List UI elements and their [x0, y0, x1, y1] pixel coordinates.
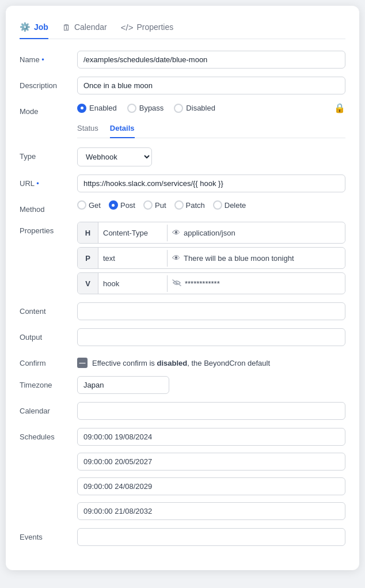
schedule-item-0[interactable]: 09:00:00 19/08/2024 [77, 428, 345, 446]
content-input[interactable] [77, 302, 345, 320]
name-row: Name • [20, 51, 345, 69]
mode-bypass-label: Bypass [139, 104, 164, 112]
mode-label: Mode [20, 103, 77, 116]
radio-get [77, 200, 86, 210]
prop-key-1[interactable]: text [98, 250, 168, 267]
url-row: URL • [20, 174, 345, 192]
method-post-label: Post [120, 201, 135, 210]
eye-slash-icon-2 [172, 279, 181, 288]
mode-enabled-label: Enabled [89, 104, 117, 112]
radio-disabled [174, 104, 183, 113]
code-icon: </> [121, 22, 134, 32]
method-row: Method Get Post Put Patch Delete [20, 200, 345, 214]
timezone-row: Timezone [20, 376, 345, 394]
calendar-input[interactable] [77, 402, 345, 420]
prop-val-text-1: There will be a blue moon tonight [184, 254, 294, 263]
radio-put [143, 200, 153, 210]
output-input[interactable] [77, 328, 345, 346]
description-input[interactable] [77, 77, 345, 94]
prop-badge-0: H [78, 222, 98, 243]
tab-job-label: Job [34, 22, 48, 32]
type-label: Type [20, 147, 77, 161]
radio-bypass [127, 104, 136, 113]
calendar-row: Calendar [20, 402, 345, 420]
confirm-row: Confirm — Effective confirm is disabled,… [20, 354, 345, 368]
method-get[interactable]: Get [77, 200, 101, 210]
prop-val-0: 👁 application/json [168, 224, 345, 241]
confirm-text: Effective confirm is disabled, the Beyon… [92, 359, 270, 367]
prop-val-1: 👁 There will be a blue moon tonight [168, 249, 345, 267]
method-post[interactable]: Post [109, 200, 135, 210]
properties-label: Properties [20, 222, 77, 235]
type-select[interactable]: Webhook [77, 147, 152, 166]
prop-key-0[interactable]: Content-Type [98, 225, 168, 241]
main-card: ⚙️ Job 🗓 Calendar </> Properties Name • … [6, 6, 359, 570]
content-label: Content [20, 302, 77, 316]
mode-enabled[interactable]: Enabled [77, 104, 117, 113]
schedule-item-2[interactable]: 09:00:00 24/08/2029 [77, 477, 345, 495]
method-label: Method [20, 200, 77, 214]
events-input[interactable] [77, 528, 345, 546]
sub-tab-status[interactable]: Status [77, 124, 98, 138]
tab-calendar-label: Calendar [74, 22, 107, 32]
tab-properties[interactable]: </> Properties [121, 18, 174, 39]
method-patch-label: Patch [186, 201, 205, 210]
type-row: Type Webhook [20, 147, 345, 166]
schedule-item-3[interactable]: 09:00:00 21/08/2032 [77, 502, 345, 520]
confirm-bold: disabled [157, 359, 187, 367]
calendar-label: Calendar [20, 402, 77, 415]
method-put-label: Put [155, 201, 166, 210]
properties-table: H Content-Type 👁 application/json P text… [77, 222, 345, 294]
prop-badge-1: P [78, 248, 98, 268]
method-delete-label: Delete [225, 201, 246, 210]
eye-icon-0: 👁 [172, 228, 180, 237]
sub-tabs: Status Details [77, 124, 345, 138]
mode-disabled[interactable]: Disabled [174, 104, 215, 113]
events-label: Events [20, 528, 77, 541]
url-input[interactable] [77, 174, 345, 192]
method-options: Get Post Put Patch Delete [77, 200, 246, 210]
name-required: • [41, 55, 44, 64]
sub-tab-details[interactable]: Details [110, 124, 135, 138]
method-patch[interactable]: Patch [174, 200, 205, 210]
properties-row: Properties H Content-Type 👁 application/… [20, 222, 345, 294]
method-put[interactable]: Put [143, 200, 166, 210]
tab-job[interactable]: ⚙️ Job [20, 17, 48, 39]
confirm-content: — Effective confirm is disabled, the Bey… [77, 354, 270, 368]
radio-delete [213, 200, 222, 210]
gear-icon: ⚙️ [20, 22, 31, 32]
schedule-item-1[interactable]: 09:00:00 20/05/2027 [77, 453, 345, 471]
content-row: Content [20, 302, 345, 320]
method-get-label: Get [89, 201, 101, 210]
prop-val-text-2: ************ [185, 279, 220, 288]
mode-disabled-label: Disabled [186, 104, 215, 112]
calendar-icon: 🗓 [62, 22, 71, 32]
radio-patch [174, 200, 184, 210]
description-row: Description [20, 77, 345, 94]
schedules-list: 09:00:00 19/08/2024 09:00:00 20/05/2027 … [77, 428, 345, 520]
name-input[interactable] [77, 51, 345, 69]
description-label: Description [20, 77, 77, 90]
radio-enabled [77, 104, 86, 113]
method-delete[interactable]: Delete [213, 200, 246, 210]
prop-val-text-0: application/json [184, 229, 235, 237]
radio-post [109, 200, 118, 210]
tab-properties-label: Properties [136, 22, 173, 32]
schedules-row: Schedules 09:00:00 19/08/2024 09:00:00 2… [20, 428, 345, 520]
events-row: Events [20, 528, 345, 546]
url-label: URL • [20, 174, 77, 188]
timezone-input[interactable] [77, 376, 169, 394]
mode-options: Enabled Bypass Disabled 🔒 [77, 103, 345, 113]
prop-row-0: H Content-Type 👁 application/json [77, 222, 345, 244]
prop-key-2[interactable]: hook [98, 275, 168, 292]
prop-row-2: V hook ************ [77, 272, 345, 294]
mode-bypass[interactable]: Bypass [127, 104, 164, 113]
tab-calendar[interactable]: 🗓 Calendar [62, 18, 107, 39]
prop-row-1: P text 👁 There will be a blue moon tonig… [77, 247, 345, 269]
output-label: Output [20, 328, 77, 342]
url-required: • [36, 179, 39, 188]
mode-row: Mode Enabled Bypass Disabled 🔒 [20, 103, 345, 116]
confirm-dash-icon: — [77, 358, 88, 368]
schedules-label: Schedules [20, 428, 77, 441]
name-label: Name • [20, 51, 77, 64]
